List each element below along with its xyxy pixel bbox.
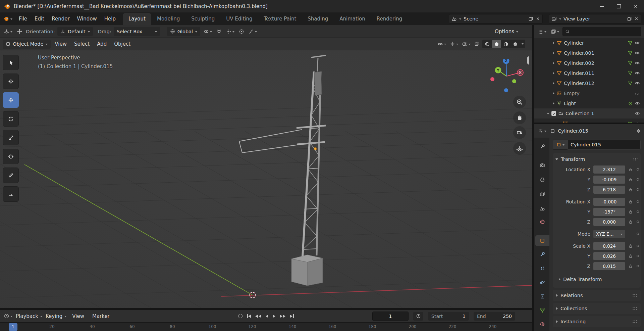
jump-to-start-button[interactable] xyxy=(246,314,252,319)
falloff-button[interactable] xyxy=(248,29,258,34)
outliner-item-cylinder[interactable]: Cylinder xyxy=(534,38,644,48)
outliner-display-mode-button[interactable] xyxy=(550,29,560,34)
close-icon[interactable] xyxy=(634,16,639,21)
tab-object-data[interactable] xyxy=(535,305,549,316)
outliner-item-cylinder-012[interactable]: Cylinder.012 xyxy=(534,78,644,88)
lock-icon[interactable] xyxy=(628,209,634,214)
expand-icon[interactable] xyxy=(553,52,554,54)
animate-dot[interactable] xyxy=(637,200,639,203)
outliner-editor-type-button[interactable] xyxy=(537,29,547,35)
eye-icon[interactable] xyxy=(635,101,640,106)
blender-menu-button[interactable] xyxy=(0,16,15,21)
rotate-tool[interactable] xyxy=(3,111,19,127)
expand-icon[interactable] xyxy=(559,122,560,123)
properties-editor-type-button[interactable] xyxy=(537,128,547,134)
object-name[interactable]: Cylinder.001 xyxy=(564,50,626,56)
lock-icon[interactable] xyxy=(628,244,634,248)
menu-help[interactable]: Help xyxy=(101,16,119,22)
tab-modifiers[interactable] xyxy=(535,249,549,260)
options-dropdown[interactable]: Options xyxy=(494,29,519,35)
collection-checkbox[interactable] xyxy=(551,111,556,116)
transform-tool[interactable] xyxy=(3,149,19,164)
gizmo-x-label[interactable]: X xyxy=(519,70,522,75)
play-button[interactable] xyxy=(272,314,276,319)
outliner-item-light[interactable]: Light xyxy=(534,98,644,108)
animate-dot[interactable] xyxy=(637,265,639,267)
pivot-point-button[interactable] xyxy=(203,29,213,34)
outliner-item-collection-1[interactable]: Collection 1 xyxy=(534,108,644,119)
object-visibility-dropdown[interactable] xyxy=(436,41,447,47)
outliner-item-cylinder-011[interactable]: Cylinder.011 xyxy=(534,68,644,78)
editor-divider-horizontal[interactable] xyxy=(0,308,532,310)
eye-icon[interactable] xyxy=(635,81,640,86)
proportional-edit-toggle[interactable] xyxy=(238,29,245,34)
menu-select[interactable]: Select xyxy=(71,41,93,47)
view-layer-selector[interactable]: View Layer xyxy=(549,14,641,23)
panel-grip[interactable] xyxy=(632,294,637,297)
animate-dot[interactable] xyxy=(637,233,639,235)
transform-panel-header[interactable]: Transform xyxy=(555,154,638,164)
tab-object[interactable] xyxy=(535,235,549,246)
new-view-layer-icon[interactable] xyxy=(627,16,632,21)
playhead[interactable]: 1 xyxy=(9,323,17,331)
auto-key-button[interactable] xyxy=(237,313,243,319)
object-name[interactable]: Light xyxy=(564,101,626,106)
expand-icon[interactable] xyxy=(553,62,554,64)
frame-end-field[interactable]: End 250 xyxy=(474,312,515,321)
location-y-field[interactable]: -0.009 xyxy=(593,176,625,184)
gizmo-y-label[interactable]: Y xyxy=(496,68,500,73)
gizmo-z-label[interactable]: Z xyxy=(505,59,507,63)
panel-grip[interactable] xyxy=(633,157,638,161)
menu-marker[interactable]: Marker xyxy=(89,313,113,319)
xray-toggle[interactable] xyxy=(473,41,481,47)
lock-icon[interactable] xyxy=(628,187,634,192)
tab-sculpting[interactable]: Sculpting xyxy=(185,13,220,25)
snap-target-button[interactable] xyxy=(225,29,235,34)
rotation-y-field[interactable]: -157° xyxy=(593,208,625,216)
shading-rendered-button[interactable] xyxy=(511,40,520,48)
ortho-toggle-button[interactable] xyxy=(513,142,526,155)
prev-keyframe-button[interactable] xyxy=(255,314,262,319)
maximize-button[interactable] xyxy=(610,0,627,12)
scene-name[interactable]: Scene xyxy=(464,16,526,21)
menu-render[interactable]: Render xyxy=(48,16,73,22)
eye-icon[interactable] xyxy=(635,121,640,123)
annotate-tool[interactable] xyxy=(3,168,19,183)
tab-layout[interactable]: Layout xyxy=(123,13,151,25)
viewport-3d[interactable]: Object Mode View Select Add Object xyxy=(0,38,532,308)
lock-icon[interactable] xyxy=(628,199,634,204)
menu-edit[interactable]: Edit xyxy=(31,16,48,22)
timeline-ruler[interactable]: 1 20 40 60 80 100 120 140 160 180 200 22… xyxy=(0,322,532,331)
show-overlays-dropdown[interactable] xyxy=(461,41,472,47)
object-name[interactable]: Cylinder.002 xyxy=(564,60,626,66)
tab-compositing[interactable]: Compositing xyxy=(408,13,411,25)
menu-keying[interactable]: Keying xyxy=(45,313,67,319)
camera-view-button[interactable] xyxy=(513,126,526,139)
shading-wireframe-button[interactable] xyxy=(483,40,492,48)
shading-solid-button[interactable] xyxy=(492,40,501,48)
active-tool-button[interactable] xyxy=(16,29,23,34)
expand-icon[interactable] xyxy=(553,82,554,85)
tab-rendering[interactable]: Rendering xyxy=(371,13,408,25)
tab-shading[interactable]: Shading xyxy=(302,13,334,25)
object-name[interactable]: Cylinder xyxy=(564,40,626,46)
outliner-item-partial[interactable] xyxy=(534,119,644,123)
eye-icon[interactable] xyxy=(635,60,640,66)
location-z-field[interactable]: 6.218 xyxy=(593,186,625,194)
frame-start-field[interactable]: Start 1 xyxy=(428,312,469,321)
scale-tool[interactable] xyxy=(3,130,19,145)
tab-world[interactable] xyxy=(535,217,549,227)
eye-closed-icon[interactable] xyxy=(635,91,640,96)
menu-window[interactable]: Window xyxy=(73,16,101,22)
animate-dot[interactable] xyxy=(637,188,639,191)
tab-particles[interactable] xyxy=(535,263,549,274)
animate-dot[interactable] xyxy=(637,178,639,181)
next-keyframe-button[interactable] xyxy=(279,314,286,319)
collection-name[interactable]: Collection 1 xyxy=(566,111,633,116)
pan-button[interactable] xyxy=(513,111,526,124)
tab-render[interactable] xyxy=(535,160,549,171)
object-id-dropdown[interactable] xyxy=(553,140,568,150)
mode-dropdown[interactable]: Object Mode xyxy=(3,40,51,49)
scale-z-field[interactable]: 0.015 xyxy=(593,262,625,270)
lock-icon[interactable] xyxy=(628,220,634,224)
